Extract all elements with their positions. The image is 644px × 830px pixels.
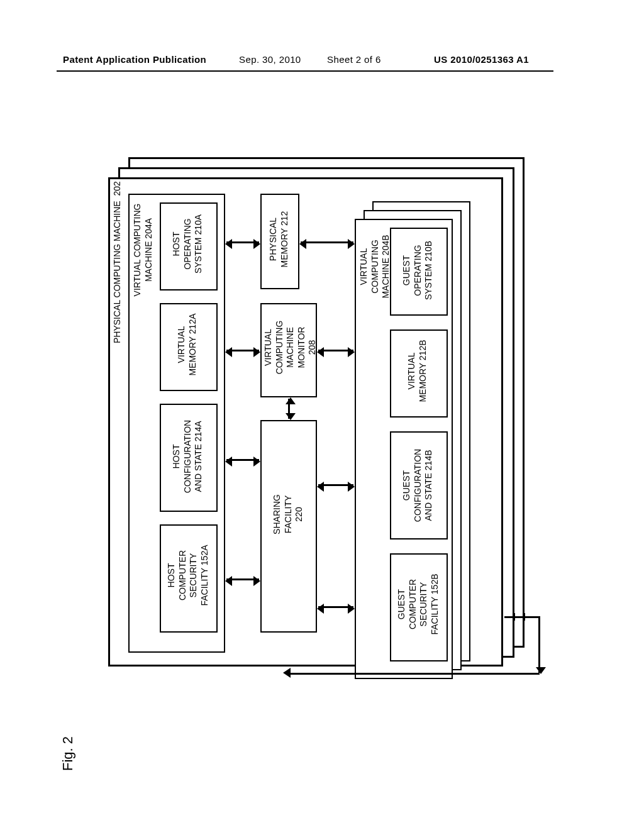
header-number: US 2010/0251363 A1 — [434, 54, 529, 65]
page: Patent Application Publication Sep. 30, … — [0, 0, 644, 830]
sharing-facility-label: SHARING FACILITY 220 — [272, 477, 305, 552]
host-sec-label: HOST COMPUTER SECURITY FACILITY 152A — [166, 528, 210, 622]
guest-vm-label: VIRTUAL COMPUTING MACHINE 204B — [358, 223, 392, 311]
header-rule — [57, 70, 553, 72]
guest-cfg-label: GUEST CONFIGURATION AND STATE 214B — [401, 441, 435, 529]
figure-label: Fig. 2 — [60, 736, 76, 771]
host-vmem-label: VIRTUAL MEMORY 212A — [176, 307, 198, 382]
figure: PHYSICAL COMPUTING MACHINE 202 VIRTUAL C… — [108, 157, 523, 685]
arrow-host-phys — [226, 241, 259, 243]
arrow-hostsec-share — [226, 578, 259, 580]
arrow-multibox-link-head — [283, 668, 291, 678]
arrow-share-guestcfg — [318, 484, 353, 486]
guest-sec-label: GUEST COMPUTER SECURITY FACILITY 152B — [396, 557, 440, 651]
arrow-multibox-link-vert — [538, 616, 540, 673]
arrow-multibox-tick-1 — [513, 613, 515, 621]
arrow-phys-guest — [301, 241, 353, 243]
header-sheet: Sheet 2 of 6 — [327, 54, 381, 65]
guest-vmem-label: VIRTUAL MEMORY 212B — [406, 333, 428, 409]
vmm-label: VIRTUAL COMPUTING MACHINE MONITOR 208 — [263, 305, 318, 390]
host-os-label: HOST OPERATING SYSTEM 210A — [171, 206, 204, 282]
host-vm-label: VIRTUAL COMPUTING MACHINE 204A — [132, 195, 154, 305]
arrow-multibox-link-bottom — [291, 673, 540, 675]
arrow-multibox-tick-2 — [523, 613, 525, 621]
physical-machine-label: PHYSICAL COMPUTING MACHINE 202 — [112, 180, 123, 343]
guest-os-label: GUEST OPERATING SYSTEM 210B — [401, 233, 435, 308]
arrow-vmm-guest — [318, 350, 353, 351]
arrow-hostcfg-share — [226, 459, 259, 461]
header-date: Sep. 30, 2010 — [239, 54, 301, 65]
arrow-vmm-sharing — [288, 399, 290, 419]
arrow-share-guestsec — [318, 606, 353, 608]
arrow-multibox-link-top — [504, 616, 540, 618]
arrow-host-vmm — [226, 350, 259, 351]
physical-memory-label: PHYSICAL MEMORY 212 — [268, 197, 290, 282]
header-publication: Patent Application Publication — [63, 54, 206, 65]
host-cfg-label: HOST CONFIGURATION AND STATE 214A — [171, 412, 204, 501]
